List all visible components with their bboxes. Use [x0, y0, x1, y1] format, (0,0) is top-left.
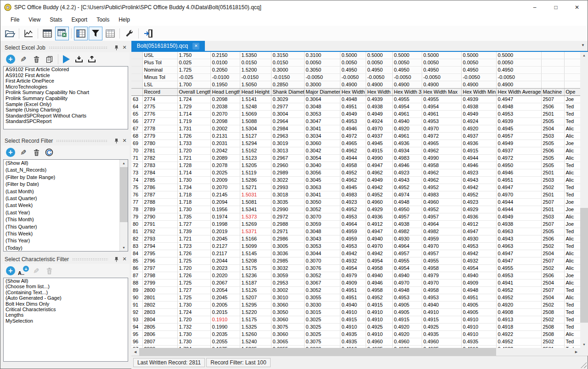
grid-cell[interactable]: 0.4972: [340, 133, 366, 140]
grid-cell[interactable]: 0.2054: [210, 287, 240, 294]
settings-button[interactable]: [122, 27, 136, 40]
record-cell[interactable]: 2780: [142, 140, 177, 147]
grid-cell[interactable]: Alic: [564, 133, 580, 140]
delete-filter-button[interactable]: [30, 146, 42, 158]
close-button[interactable]: ✕: [566, 0, 588, 14]
grid-cell[interactable]: 0.4947: [496, 250, 541, 257]
grid-cell[interactable]: 2506: [541, 235, 564, 243]
list-item[interactable]: (Last_N_Records): [4, 167, 128, 173]
grid-cell[interactable]: 0.4936: [392, 140, 422, 147]
grid-cell[interactable]: 0.3055: [304, 294, 340, 302]
grid-cell[interactable]: 0.4910: [422, 309, 461, 316]
grid-cell[interactable]: 0.4954: [366, 257, 392, 265]
grid-cell[interactable]: 0.4952: [366, 191, 392, 199]
limit-cell[interactable]: -0.0050: [496, 74, 541, 81]
grid-cell[interactable]: 0.4983: [392, 155, 422, 162]
row-number[interactable]: 67: [131, 125, 142, 133]
grid-cell[interactable]: 0.2971: [271, 228, 304, 235]
grid-cell[interactable]: 0.4943: [496, 235, 541, 243]
scroll-up-icon[interactable]: ▲: [120, 160, 128, 167]
grid-cell[interactable]: 0.4930: [392, 235, 422, 243]
limit-cell[interactable]: 0.4900: [422, 81, 461, 89]
grid-cell[interactable]: 0.4937: [461, 133, 496, 140]
grid-cell[interactable]: 2508: [541, 309, 564, 316]
grid-cell[interactable]: 0.4944: [496, 206, 541, 213]
grid-cell[interactable]: 0.4960: [366, 338, 392, 346]
grid-cell[interactable]: 2506: [541, 272, 564, 280]
menu-help[interactable]: Help: [114, 15, 135, 25]
grid-cell[interactable]: 0.3060: [304, 140, 340, 147]
row-number[interactable]: 69: [131, 140, 142, 147]
grid-cell[interactable]: 0.4905: [461, 302, 496, 309]
grid-cell[interactable]: 2504: [541, 250, 564, 257]
list-item[interactable]: (Containing Text...): [4, 290, 128, 295]
grid-cell[interactable]: 1.735: [177, 213, 210, 221]
grid-cell[interactable]: 0.2089: [210, 155, 240, 162]
grid-cell[interactable]: 0.4923: [392, 169, 422, 177]
grid-cell[interactable]: Alic: [564, 169, 580, 177]
grid-cell[interactable]: 0.2098: [210, 118, 240, 125]
menu-file[interactable]: File: [6, 15, 24, 25]
export-job-button[interactable]: [86, 53, 98, 65]
grid-cell[interactable]: 0.4990: [366, 155, 392, 162]
grid-cell[interactable]: 0.4915: [366, 147, 392, 155]
grid-cell[interactable]: 1.730: [177, 331, 210, 338]
scroll-up-icon[interactable]: ▲: [580, 52, 588, 59]
grid-cell[interactable]: 0.4955: [392, 96, 422, 103]
limit-cell[interactable]: 0.4950: [340, 67, 366, 74]
grid-cell[interactable]: 0.4955: [496, 265, 541, 272]
grid-cell[interactable]: 0.4920: [392, 331, 422, 338]
row-number[interactable]: 87: [131, 272, 142, 280]
column-header[interactable]: Hex Width Min: [461, 89, 496, 96]
maximize-button[interactable]: □: [545, 0, 566, 14]
grid-cell[interactable]: 0.3070: [304, 257, 340, 265]
grid-cell[interactable]: 0.4953: [392, 294, 422, 302]
grid-cell[interactable]: 2501: [541, 111, 564, 118]
limit-cell[interactable]: 0.5000: [422, 52, 461, 59]
row-number[interactable]: 66: [131, 118, 142, 125]
grid-cell[interactable]: 0.4913: [496, 316, 541, 324]
grid-cell[interactable]: 0.3050: [304, 199, 340, 206]
grid-cell[interactable]: 0.3019: [271, 140, 304, 147]
grid-cell[interactable]: 0.2045: [210, 235, 240, 243]
grid-cell[interactable]: 2503: [541, 213, 564, 221]
grid-cell[interactable]: 1.5294: [240, 140, 271, 147]
add-characteristic-filter-button[interactable]: +: [5, 265, 17, 277]
open-file-button[interactable]: [3, 27, 17, 40]
grid-cell[interactable]: 0.4959: [422, 235, 461, 243]
grid-cell[interactable]: 0.2988: [271, 221, 304, 228]
grid-cell[interactable]: Ted: [564, 184, 580, 191]
grid-cell[interactable]: 0.4920: [392, 125, 422, 133]
grid-cell[interactable]: 0.4905: [392, 302, 422, 309]
scrollbar-thumb[interactable]: [120, 167, 128, 222]
record-filter-view-button[interactable]: [89, 27, 102, 40]
list-item[interactable]: (Filter by Date Range): [4, 174, 128, 181]
tab-bolt-file[interactable]: Bolt(051618150).qcq ✕: [131, 41, 205, 51]
list-item[interactable]: (Last Week): [4, 202, 128, 209]
grid-cell[interactable]: 0.2984: [271, 125, 304, 133]
record-cell[interactable]: 2801: [142, 294, 177, 302]
grid-cell[interactable]: 2502: [541, 302, 564, 309]
limit-cell[interactable]: 0.1950: [210, 81, 240, 89]
grid-cell[interactable]: Ted: [564, 118, 580, 125]
column-header[interactable]: Major Diameter: [304, 89, 340, 96]
grid-cell[interactable]: 0.4943: [392, 177, 422, 184]
grid-cell[interactable]: 0.4934: [392, 147, 422, 155]
list-item[interactable]: (Show All): [4, 160, 128, 167]
row-number[interactable]: 73: [131, 169, 142, 177]
grid-cell[interactable]: Alic: [564, 257, 580, 265]
grid-cell[interactable]: 2504: [541, 125, 564, 133]
limit-cell[interactable]: [564, 52, 580, 59]
grid-cell[interactable]: 0.4953: [340, 213, 366, 221]
grid-cell[interactable]: 0.4951: [496, 177, 541, 184]
grid-cell[interactable]: 1.5166: [240, 235, 271, 243]
grid-cell[interactable]: 2502: [541, 316, 564, 324]
grid-cell[interactable]: 2508: [541, 324, 564, 331]
grid-cell[interactable]: 1.5119: [240, 169, 271, 177]
grid-cell[interactable]: 0.4955: [422, 96, 461, 103]
grid-cell[interactable]: 0.4990: [422, 155, 461, 162]
grid-cell[interactable]: Alic: [564, 125, 580, 133]
grid-cell[interactable]: 0.4947: [496, 184, 541, 191]
grid-cell[interactable]: 0.4979: [340, 272, 366, 280]
limit-cell[interactable]: 0.5000: [392, 52, 422, 59]
